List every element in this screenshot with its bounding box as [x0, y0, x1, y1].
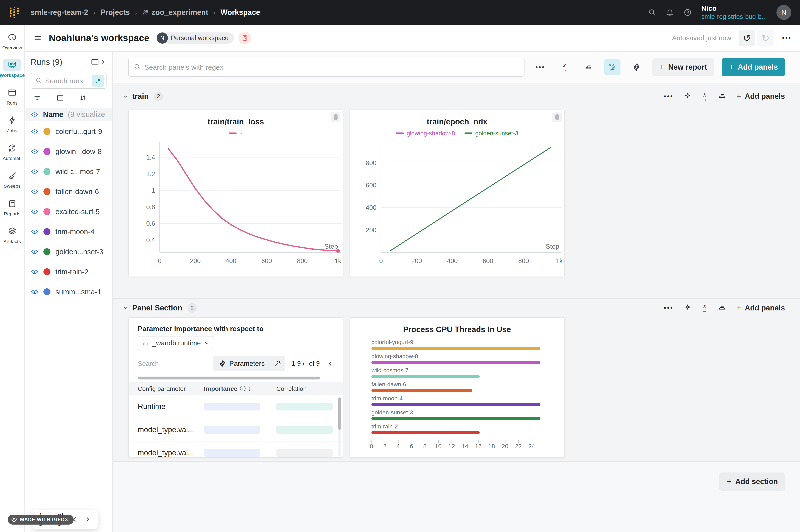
user-block[interactable]: Nico smle-registries-bug-b...: [701, 4, 767, 21]
cpu-bar-row[interactable]: wild-cosmos-7: [371, 367, 541, 378]
outliers-scatter-icon[interactable]: [604, 59, 620, 75]
param-table-row[interactable]: model_type.val...: [129, 441, 343, 458]
cpu-bar-row[interactable]: glowing-shadow-8: [371, 353, 541, 364]
rail-item-artifacts[interactable]: Artifacts: [0, 225, 25, 244]
run-name[interactable]: wild-c...mos-7: [55, 167, 100, 176]
section-overflow-menu[interactable]: •••: [664, 304, 674, 311]
section-title[interactable]: train: [132, 92, 149, 101]
breadcrumb-team[interactable]: smle-reg-team-2: [31, 8, 88, 17]
cpu-bar-row[interactable]: trim-rain-2: [371, 423, 541, 434]
run-name[interactable]: summ...sma-1: [55, 288, 101, 296]
visibility-eye-icon[interactable]: [31, 228, 38, 235]
run-row[interactable]: fallen-dawn-6: [25, 182, 112, 202]
section-title[interactable]: Panel Section: [132, 304, 182, 312]
breadcrumb-project[interactable]: zoo_experiment: [142, 8, 208, 17]
undo-button[interactable]: ↺: [739, 30, 755, 46]
cpu-bar-row[interactable]: fallen-dawn-6: [371, 381, 541, 392]
metric-dropdown[interactable]: _wandb.runtime: [138, 336, 214, 350]
col-importance[interactable]: Importance ⓘ ↓: [204, 385, 276, 393]
run-name[interactable]: exalted-surf-5: [55, 208, 100, 216]
rail-item-reports[interactable]: Reports: [0, 197, 25, 216]
param-search-input[interactable]: Search: [138, 360, 159, 367]
visibility-eye-icon[interactable]: [31, 268, 38, 276]
redo-button[interactable]: ↻: [757, 30, 774, 46]
rail-item-overview[interactable]: Overview: [0, 31, 25, 51]
run-row[interactable]: glowin...dow-8: [25, 141, 112, 162]
smoothing-iron-icon[interactable]: [580, 59, 596, 75]
chevron-left-icon[interactable]: [327, 360, 334, 367]
x-axis-settings-icon[interactable]: x→: [556, 59, 573, 75]
cpu-bar-row[interactable]: golden-sunset-3: [371, 409, 541, 420]
section-add-panels-button[interactable]: + Add panels: [736, 91, 785, 101]
drag-handle[interactable]: [331, 112, 340, 122]
search-icon[interactable]: [648, 8, 656, 17]
run-row[interactable]: golden...nset-3: [25, 242, 112, 262]
cpu-bar-row[interactable]: trim-moon-4: [371, 395, 541, 406]
sort-icon[interactable]: [79, 94, 87, 103]
visibility-eye-icon[interactable]: [31, 128, 38, 135]
magic-wand-icon[interactable]: [270, 356, 285, 371]
add-section-button[interactable]: +Add section: [719, 473, 785, 491]
smoothing-iron-icon[interactable]: [718, 92, 726, 101]
drag-handle[interactable]: [552, 112, 562, 122]
legend-item[interactable]: golden-sunset-3: [465, 130, 518, 137]
rail-item-jobs[interactable]: Jobs: [0, 114, 25, 134]
run-row[interactable]: wild-c...mos-7: [25, 162, 112, 182]
run-row[interactable]: colorfu...gurt-9: [25, 121, 112, 141]
run-name[interactable]: trim-moon-4: [55, 228, 94, 236]
cpu-bar-row[interactable]: colorful-yogurt-9: [371, 339, 541, 350]
runs-table-icon[interactable]: [91, 58, 99, 67]
clear-workspace-icon[interactable]: [239, 32, 251, 44]
param-table-row[interactable]: model_type.val...: [129, 418, 343, 441]
run-row[interactable]: trim-moon-4: [25, 222, 112, 242]
breadcrumb-workspace[interactable]: Workspace: [221, 8, 260, 17]
col-correlation[interactable]: Correlation: [276, 385, 334, 392]
expand-runs-chevron-icon[interactable]: [99, 58, 107, 66]
run-row[interactable]: exalted-surf-5: [25, 202, 112, 222]
run-name[interactable]: fallen-dawn-6: [55, 188, 99, 196]
param-pager[interactable]: 1-9▾ of 9: [292, 360, 320, 367]
visibility-eye-icon[interactable]: [31, 111, 38, 118]
parameters-button[interactable]: Parameters: [213, 356, 285, 371]
run-name[interactable]: golden...nset-3: [55, 248, 104, 256]
run-name[interactable]: trim-rain-2: [55, 268, 88, 276]
runs-list-header[interactable]: Name (9 visualize: [25, 108, 112, 121]
add-panels-button[interactable]: +Add panels: [722, 58, 785, 76]
runs-search-input[interactable]: Search runs .*: [31, 73, 107, 89]
user-org-link[interactable]: smle-registries-bug-b...: [701, 13, 767, 21]
collapse-section-chevron-icon[interactable]: [122, 305, 129, 311]
x-axis-settings-icon[interactable]: x→: [702, 303, 707, 313]
vertical-scrollbar[interactable]: [338, 397, 341, 457]
panel-search-input[interactable]: Search panels with regex: [128, 58, 524, 77]
notifications-bell-icon[interactable]: [666, 8, 674, 17]
new-report-button[interactable]: +New report: [652, 58, 714, 76]
x-axis-settings-icon[interactable]: x→: [702, 91, 707, 101]
smoothing-iron-icon[interactable]: [718, 303, 726, 312]
settings-gear-icon[interactable]: [628, 59, 645, 75]
hamburger-menu-icon[interactable]: [34, 34, 42, 42]
header-overflow-menu[interactable]: •••: [782, 35, 792, 41]
run-row[interactable]: trim-rain-2: [25, 262, 112, 282]
breadcrumb-projects[interactable]: Projects: [100, 8, 130, 17]
workspace-type-badge[interactable]: N Personal workspace: [157, 33, 234, 44]
section-add-panels-button[interactable]: + Add panels: [736, 303, 785, 313]
visibility-eye-icon[interactable]: [31, 248, 38, 256]
run-row[interactable]: summ...sma-1: [25, 282, 112, 302]
filter-icon[interactable]: [34, 94, 41, 103]
avatar[interactable]: N: [777, 5, 791, 20]
visibility-eye-icon[interactable]: [31, 208, 38, 215]
run-name[interactable]: glowin...dow-8: [55, 147, 102, 156]
toolbar-overflow-menu[interactable]: •••: [532, 59, 548, 75]
horizontal-scrollbar[interactable]: [138, 377, 334, 379]
pager-next-button[interactable]: [84, 516, 92, 523]
visibility-eye-icon[interactable]: [31, 148, 38, 155]
sparkle-icon[interactable]: [684, 92, 692, 101]
param-table-row[interactable]: Runtime: [129, 395, 343, 418]
regex-toggle[interactable]: .*: [92, 75, 104, 87]
visibility-eye-icon[interactable]: [31, 188, 38, 195]
rail-item-workspace[interactable]: Workspace: [0, 59, 25, 78]
visibility-eye-icon[interactable]: [31, 288, 38, 296]
panel-cpu-threads[interactable]: Process CPU Threads In Use colorful-yogu…: [350, 317, 565, 458]
rail-item-runs[interactable]: Runs: [0, 87, 25, 106]
run-name[interactable]: colorfu...gurt-9: [55, 127, 102, 136]
